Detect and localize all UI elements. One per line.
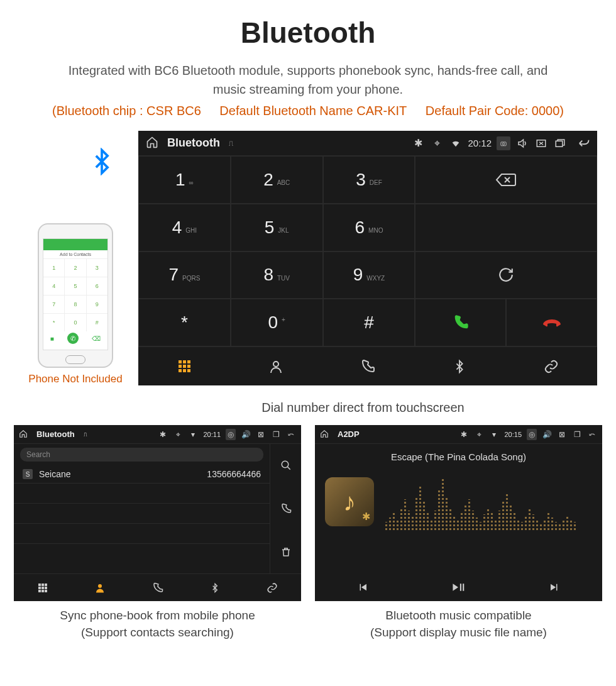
key-5[interactable]: 5JKL bbox=[231, 204, 323, 252]
bluetooth-icon bbox=[453, 359, 466, 374]
key-6[interactable]: 6MNO bbox=[323, 204, 415, 252]
usb-icon: ⎍ bbox=[229, 139, 233, 148]
location-icon: ⌖ bbox=[173, 430, 183, 439]
tab-bluetooth[interactable] bbox=[186, 574, 243, 601]
bluetooth-icon: ✱ bbox=[459, 430, 469, 439]
home-icon[interactable] bbox=[146, 136, 158, 150]
hangup-button[interactable] bbox=[506, 299, 597, 346]
close-icon[interactable] bbox=[534, 138, 548, 149]
camera-icon[interactable]: ◎ bbox=[527, 429, 537, 440]
statusbar: A2DP ✱ ⌖ ▾ 20:15 ◎ 🔊 ⊠ ❐ ⤺ bbox=[315, 425, 602, 444]
tab-link[interactable] bbox=[244, 574, 301, 601]
phone-icon bbox=[360, 359, 375, 374]
spec-name: Default Bluetooth Name CAR-KIT bbox=[219, 104, 407, 118]
back-icon[interactable]: ⤺ bbox=[587, 430, 597, 439]
call-button[interactable] bbox=[415, 299, 506, 346]
link-icon bbox=[267, 582, 278, 594]
key-1[interactable]: 1∞ bbox=[138, 156, 231, 204]
wifi-icon: ▾ bbox=[188, 430, 198, 439]
spec-code: Default Pair Code: 0000) bbox=[426, 104, 564, 118]
tab-link[interactable] bbox=[505, 347, 597, 385]
header: Bluetooth Integrated with BC6 Bluetooth … bbox=[0, 0, 616, 131]
back-icon[interactable] bbox=[576, 138, 590, 149]
key-hash[interactable]: # bbox=[323, 299, 415, 346]
contact-number: 13566664466 bbox=[207, 469, 261, 479]
backspace-button[interactable] bbox=[415, 156, 597, 204]
back-icon[interactable]: ⤺ bbox=[286, 430, 296, 439]
camera-icon[interactable] bbox=[497, 136, 510, 150]
tab-dialpad[interactable] bbox=[138, 347, 230, 385]
music-caption: Bluetooth music compatible (Support disp… bbox=[315, 607, 602, 641]
home-icon[interactable] bbox=[320, 429, 329, 440]
key-star[interactable]: * bbox=[138, 299, 231, 346]
bluetooth-icon: ✱ bbox=[158, 430, 168, 439]
close-icon[interactable]: ⊠ bbox=[256, 430, 266, 439]
phone-note: Phone Not Included bbox=[28, 373, 123, 385]
phone-keypad: 123456789*0# bbox=[43, 259, 107, 331]
svg-point-6 bbox=[98, 584, 102, 588]
svg-rect-3 bbox=[556, 141, 563, 147]
close-icon[interactable]: ⊠ bbox=[557, 430, 567, 439]
statusbar-title: Bluetooth bbox=[167, 136, 220, 150]
recent-apps-icon[interactable]: ❐ bbox=[271, 430, 281, 439]
tab-contacts[interactable] bbox=[230, 347, 322, 385]
call-contact-icon[interactable] bbox=[270, 487, 301, 531]
person-icon bbox=[268, 359, 283, 374]
contacts-caption: Sync phone-book from mobile phone (Suppo… bbox=[14, 607, 301, 641]
tab-bluetooth[interactable] bbox=[414, 347, 505, 385]
key-7[interactable]: 7PQRS bbox=[138, 252, 231, 299]
camera-icon[interactable]: ◎ bbox=[226, 429, 236, 440]
key-8[interactable]: 8TUV bbox=[231, 252, 323, 299]
play-pause-button[interactable] bbox=[410, 573, 506, 601]
next-track-button[interactable] bbox=[507, 573, 602, 601]
tab-recent[interactable] bbox=[129, 574, 186, 601]
search-icon[interactable] bbox=[270, 444, 301, 487]
song-title: Escape (The Pina Colada Song) bbox=[325, 451, 592, 462]
home-icon[interactable] bbox=[19, 429, 28, 440]
recent-apps-icon[interactable]: ❐ bbox=[572, 430, 582, 439]
key-2[interactable]: 2ABC bbox=[231, 156, 323, 204]
tab-dialpad[interactable] bbox=[14, 574, 71, 601]
spec-chip: (Bluetooth chip : CSR BC6 bbox=[52, 104, 201, 118]
recent-apps-icon[interactable] bbox=[553, 138, 567, 149]
location-icon: ⌖ bbox=[430, 138, 444, 149]
bluetooth-signal-icon bbox=[88, 148, 116, 181]
contact-row[interactable]: S Seicane 13566664466 bbox=[14, 465, 270, 484]
search-input[interactable]: Search bbox=[20, 448, 263, 462]
key-0[interactable]: 0+ bbox=[231, 299, 323, 346]
person-icon bbox=[94, 582, 106, 594]
contact-name: Seicane bbox=[39, 469, 207, 479]
key-3[interactable]: 3DEF bbox=[323, 156, 415, 204]
contacts-screen: Bluetooth ⎍ ✱ ⌖ ▾ 20:11 ◎ 🔊 ⊠ ❐ ⤺ Searc bbox=[14, 425, 301, 601]
album-art-icon: ♪ ✱ bbox=[325, 477, 374, 526]
page-title: Bluetooth bbox=[25, 16, 591, 50]
contact-badge: S bbox=[23, 469, 33, 479]
statusbar-time: 20:15 bbox=[504, 431, 522, 438]
main-caption: Dial number direct from touchscreen bbox=[0, 401, 616, 415]
usb-icon: ⎍ bbox=[84, 431, 87, 438]
delete-contact-icon[interactable] bbox=[270, 530, 301, 573]
bluetooth-icon: ✱ bbox=[411, 137, 425, 149]
music-screen: A2DP ✱ ⌖ ▾ 20:15 ◎ 🔊 ⊠ ❐ ⤺ Escape (The P… bbox=[315, 425, 602, 601]
statusbar: Bluetooth ⎍ ✱ ⌖ ▾ 20:11 ◎ 🔊 ⊠ ❐ ⤺ bbox=[14, 425, 301, 444]
bluetooth-badge-icon: ✱ bbox=[362, 511, 370, 523]
volume-icon[interactable]: 🔊 bbox=[241, 430, 251, 439]
dialer-screen: Bluetooth ⎍ ✱ ⌖ 20:12 1∞ 2ABC 3DEF bbox=[138, 131, 597, 385]
tab-recent[interactable] bbox=[322, 347, 414, 385]
volume-icon[interactable]: 🔊 bbox=[542, 430, 552, 439]
spec-line: (Bluetooth chip : CSR BC6 Default Blueto… bbox=[25, 104, 591, 118]
svg-point-4 bbox=[273, 362, 278, 367]
wifi-icon: ▾ bbox=[489, 430, 499, 439]
statusbar-title: Bluetooth bbox=[36, 429, 75, 439]
volume-icon[interactable] bbox=[515, 138, 529, 149]
redial-button[interactable] bbox=[415, 252, 597, 299]
tab-contacts[interactable] bbox=[71, 574, 128, 601]
prev-track-button[interactable] bbox=[315, 573, 410, 601]
dialpad-icon bbox=[179, 360, 190, 372]
key-4[interactable]: 4GHI bbox=[138, 204, 231, 252]
statusbar: Bluetooth ⎍ ✱ ⌖ 20:12 bbox=[138, 131, 597, 156]
phone-icon bbox=[152, 582, 163, 594]
bottom-toolbar bbox=[138, 346, 597, 385]
key-9[interactable]: 9WXYZ bbox=[323, 252, 415, 299]
link-icon bbox=[543, 359, 559, 374]
